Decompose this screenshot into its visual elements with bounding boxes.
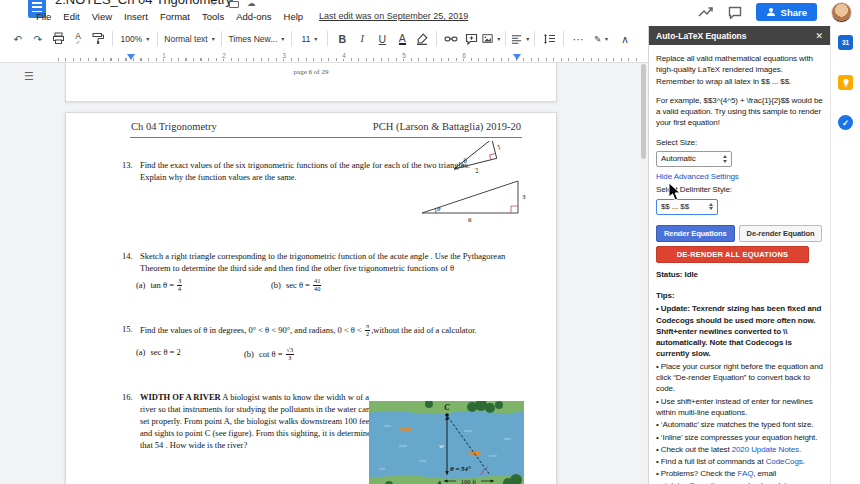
problem-15b: (b)cot θ = √33 [244,347,295,361]
spinner-icon [709,203,713,211]
page-header-left: Ch 04 Trigonometry [131,121,217,132]
top-right-actions: Share [698,1,852,23]
document-canvas: ☰ page 6 of 29 Ch 04 Trigonometry PCH (L… [0,62,648,484]
menu-help[interactable]: Help [278,11,310,22]
document-title[interactable]: 2.NOTES_Ch 04 Trigonometry [55,0,232,7]
fraction: π2 [365,323,370,337]
more-options-button[interactable]: ⋯ [569,29,587,49]
codecogs-link[interactable]: CodeCogs [766,457,803,466]
insert-link-button[interactable] [442,29,460,49]
menu-format[interactable]: Format [154,11,196,22]
document-scrollbar[interactable] [640,62,647,484]
share-button[interactable]: Share [756,3,817,21]
tip-item: Problems? Check the FAQ, email autolatex… [656,468,823,484]
last-edit-link[interactable]: Last edit was on September 25, 2019 [319,11,468,21]
tip-item: ‘Inline’ size compresses your equation h… [656,432,823,443]
problem-14: 14. Sketch a right triangle correspondin… [122,250,527,274]
ruler: 1 2 3 4 5 6 [0,52,648,63]
star-icon[interactable]: ☆ [209,0,217,8]
triangles-figure[interactable]: θ 2 1 θ 6 3 [418,141,543,223]
workspace-side-rail: 31 ✓ [830,26,860,484]
tip-item: ‘Automatic’ size matches the typed font … [656,419,823,430]
small-right-label: 1 [496,143,502,152]
comments-icon[interactable] [728,6,742,19]
chevron-down-icon: ▾ [314,35,317,42]
left-indent-marker[interactable] [127,54,135,60]
bold-button[interactable]: B [333,29,351,49]
size-select[interactable]: Automatic [656,151,732,167]
zoom-select[interactable]: 100%▾ [118,29,152,49]
highlight-button[interactable] [413,29,431,49]
tip-item: Place your cursor right before the equat… [656,361,823,395]
update-notes-link[interactable]: 2020 Update Notes. [732,445,801,454]
mouse-cursor [668,182,682,202]
large-right-label: 3 [522,193,526,201]
right-indent-marker[interactable] [513,54,521,60]
problem-14b: (b)sec θ = 4140 [271,278,322,292]
document-stats-icon[interactable] [698,6,714,18]
ruler-number: 4 [339,52,349,59]
share-label: Share [781,7,807,18]
editing-mode-button[interactable]: ✎▾ [588,29,614,49]
chevron-down-icon: ▾ [281,35,284,42]
tasks-icon[interactable]: ✓ [838,115,853,130]
print-button[interactable] [49,29,67,49]
italic-button[interactable]: I [353,29,371,49]
problem-number: 14. [122,250,136,274]
sidebar-body: Replace all valid mathematical equations… [649,45,830,484]
width-label: w [439,442,444,450]
menu-file[interactable]: File [30,11,57,22]
menu-tools[interactable]: Tools [196,11,230,22]
small-base-label: 2 [474,166,480,175]
menu-edit[interactable]: Edit [57,11,85,22]
underline-button[interactable]: U [373,29,391,49]
insert-image-button[interactable]: ▾ [482,29,500,49]
menu-addons[interactable]: Add-ons [230,11,277,22]
undo-button[interactable]: ↶ [9,29,27,49]
collapse-toolbar-button[interactable]: ∧ [616,29,634,49]
styles-select[interactable]: Normal text▾ [163,29,217,49]
tip-item: Find a full list of commands at CodeCogs… [656,456,823,467]
chevron-down-icon: ▾ [146,35,149,42]
sidebar-example: For example, $$3^(4^5) + \frac{1}{2}$$ w… [656,95,823,129]
font-select[interactable]: Times New...▾ [227,29,285,49]
cloud-status-icon: ☁ [247,0,256,8]
menu-insert[interactable]: Insert [118,11,154,22]
distance-label: 100 ft [461,478,477,484]
keep-icon[interactable] [838,75,853,90]
text-color-button[interactable]: A [399,33,406,45]
add-comment-button[interactable] [462,29,480,49]
menu-view[interactable]: View [86,11,118,22]
redo-button[interactable]: ↷ [29,29,47,49]
font-size-select[interactable]: 11▾ [296,29,322,49]
paint-format-button[interactable] [89,29,107,49]
tip-item: Check out the latest 2020 Update Notes. [656,444,823,455]
google-docs-app: 2.NOTES_Ch 04 Trigonometry ☆ ☁ File Edit… [0,0,860,484]
calendar-icon[interactable]: 31 [838,35,853,50]
hide-advanced-settings-link[interactable]: Hide Advanced Settings [656,172,739,181]
account-avatar[interactable] [831,2,852,23]
previous-page[interactable]: page 6 of 29 [65,62,557,102]
folder-move-icon[interactable] [229,1,239,8]
tip-item: Update: Texrendr sizing has been fixed a… [656,303,823,359]
delimiter-select[interactable]: $$ ... $$ [656,199,718,215]
page-header-right: PCH (Larson & Battaglia) 2019-20 [373,121,521,132]
spellcheck-button[interactable]: A✓ [69,29,87,49]
problem-16: 16. WIDTH OF A RIVER A biologist wants t… [122,391,385,451]
line-spacing-button[interactable] [540,29,558,49]
derender-all-equations-button[interactable]: DE-RENDER ALL EQUATIONS [656,246,809,263]
close-icon[interactable]: ✕ [815,31,823,41]
river-figure[interactable]: C w θ = 54° A 100 ft [369,401,524,484]
sidebar-intro: Replace all valid mathematical equations… [656,53,823,87]
tip-item: Use shift+enter instead of enter for new… [656,396,823,419]
scrollbar-thumb[interactable] [641,64,646,159]
derender-equation-button[interactable]: De-render Equation [739,225,823,242]
chevron-down-icon: ▾ [605,35,608,42]
align-button[interactable]: ▾ [511,29,529,49]
spinner-icon [723,155,727,163]
document-page[interactable]: Ch 04 Trigonometry PCH (Larson & Battagl… [65,112,557,484]
faq-link[interactable]: FAQ [738,469,754,478]
document-outline-icon[interactable]: ☰ [24,70,34,83]
render-equations-button[interactable]: Render Equations [656,225,735,242]
fraction: √33 [286,347,295,361]
